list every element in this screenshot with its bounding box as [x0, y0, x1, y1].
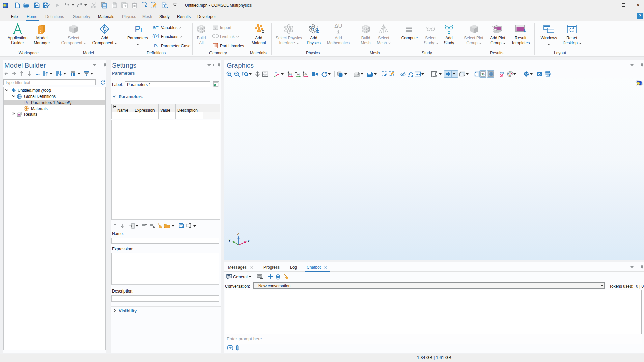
svg-text:xy: xy [289, 72, 292, 75]
svg-text:y: y [229, 237, 231, 242]
svg-text:xz: xz [305, 72, 308, 75]
svg-text:x: x [248, 239, 250, 243]
svg-text:z: z [237, 231, 240, 236]
svg-text:yz: yz [297, 72, 300, 75]
